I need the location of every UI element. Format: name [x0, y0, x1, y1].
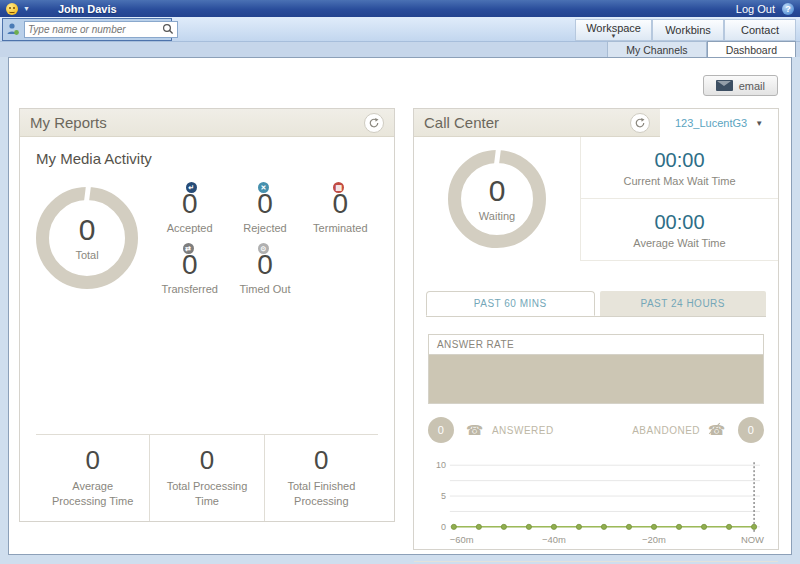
media-activity-title: My Media Activity	[36, 150, 378, 167]
tab-my-channels-label: My Channels	[626, 44, 687, 56]
search-icon[interactable]	[162, 23, 174, 35]
svg-text:5: 5	[441, 491, 446, 501]
abandoned-phone-icon: ☎	[708, 422, 726, 438]
stat-accepted: ↵ 0 Accepted	[152, 189, 227, 234]
accepted-badge-icon: ↵	[186, 182, 197, 193]
svg-text:0: 0	[441, 522, 446, 532]
svg-text:10: 10	[436, 460, 446, 470]
queue-caret-icon: ▼	[755, 119, 763, 128]
current-max-wait-label: Current Max Wait Time	[581, 175, 778, 187]
app-menu-smiley-icon[interactable]	[6, 3, 18, 15]
svg-text:−60m: −60m	[450, 534, 474, 545]
email-envelope-icon	[716, 80, 733, 91]
total-value: 0	[79, 215, 96, 245]
total-finished-value: 0	[269, 445, 374, 476]
current-max-wait-value: 00:00	[581, 149, 778, 172]
accepted-value: 0	[152, 189, 227, 220]
my-reports-title: My Reports	[30, 114, 107, 131]
workbins-button-label: Workbins	[665, 24, 711, 36]
email-button-label: email	[739, 80, 765, 92]
answered-count-badge: 0	[428, 417, 454, 443]
svg-text:NOW: NOW	[741, 534, 764, 545]
processing-stats-row: 0 Average Processing Time 0 Total Proces…	[36, 434, 378, 521]
total-label: Total	[75, 249, 98, 261]
total-finished-cell: 0 Total Finished Processing	[264, 435, 378, 521]
rejected-badge-icon: ✕	[258, 182, 269, 193]
my-reports-card: My Reports My Media Activity 0 Total	[19, 108, 395, 522]
rejected-value: 0	[227, 189, 302, 220]
workspace-button[interactable]: Workspace ▼	[575, 19, 652, 41]
logged-in-user: John Davis	[58, 3, 117, 15]
search-field-frame	[24, 21, 178, 38]
workbins-button[interactable]: Workbins	[652, 19, 724, 41]
total-processing-label: Total Processing Time	[164, 479, 250, 509]
logout-button[interactable]: Log Out	[736, 3, 775, 15]
abandoned-count-badge: 0	[738, 417, 764, 443]
waiting-label: Waiting	[479, 210, 515, 222]
answered-label: ANSWERED	[492, 425, 554, 436]
timedout-badge-icon: ⊙	[258, 243, 269, 254]
contact-button[interactable]: Contact	[724, 19, 796, 41]
tab-dashboard-label: Dashboard	[726, 44, 777, 56]
help-icon[interactable]: ?	[782, 3, 794, 15]
refresh-icon[interactable]	[630, 113, 650, 133]
call-center-header: Call Center 123_LucentG3 ▼	[414, 109, 778, 137]
total-finished-label: Total Finished Processing	[278, 479, 364, 509]
waiting-donut-chart: 0 Waiting	[448, 150, 546, 248]
tab-my-channels[interactable]: My Channels	[607, 41, 706, 57]
contact-person-icon	[6, 22, 20, 36]
dashboard-panel: email My Reports My Media Activity	[8, 57, 792, 555]
timedout-label: Timed Out	[227, 283, 302, 295]
stat-terminated: ▤ 0 Terminated	[303, 189, 378, 234]
queue-selector[interactable]: 123_LucentG3 ▼	[660, 109, 778, 137]
avg-processing-cell: 0 Average Processing Time	[36, 435, 149, 521]
transferred-label: Transferred	[152, 283, 227, 295]
svg-text:−40m: −40m	[542, 534, 566, 545]
search-input[interactable]	[28, 24, 162, 35]
wait-times-panel: 00:00 Current Max Wait Time 00:00 Averag…	[580, 137, 778, 261]
tab-dashboard[interactable]: Dashboard	[707, 41, 796, 57]
call-center-card: Call Center 123_LucentG3 ▼ 0	[413, 108, 779, 550]
stat-rejected: ✕ 0 Rejected	[227, 189, 302, 234]
average-wait-value: 00:00	[581, 211, 778, 234]
call-center-title: Call Center	[424, 114, 499, 131]
refresh-icon[interactable]	[364, 113, 384, 133]
app-menu-caret-icon[interactable]: ▼	[23, 5, 30, 12]
rejected-label: Rejected	[227, 222, 302, 234]
my-reports-header: My Reports	[20, 109, 394, 137]
workspace-caret-icon: ▼	[611, 34, 617, 38]
average-wait-label: Average Wait Time	[581, 237, 778, 249]
avg-processing-value: 0	[40, 445, 145, 476]
answered-abandoned-row: 0 ☎ ANSWERED ABANDONED ☎ 0	[428, 417, 764, 443]
accepted-label: Accepted	[152, 222, 227, 234]
avg-processing-label: Average Processing Time	[50, 479, 136, 509]
queue-name: 123_LucentG3	[675, 117, 747, 129]
total-donut-chart: 0 Total	[36, 187, 138, 289]
timedout-value: 0	[227, 250, 302, 281]
calls-line-chart: 0510−60m−40m−20mNOW	[428, 457, 764, 555]
transferred-badge-icon: ⇄	[183, 243, 194, 254]
contact-button-label: Contact	[741, 24, 779, 36]
total-processing-value: 0	[154, 445, 259, 476]
call-center-header-bar: Call Center	[414, 109, 660, 137]
window-titlebar: ▼ John Davis Log Out ?	[0, 0, 800, 17]
tab-past-60-mins-label: PAST 60 MINS	[474, 298, 547, 309]
answer-rate-bar	[429, 355, 763, 403]
transferred-value: 0	[152, 250, 227, 281]
svg-text:−20m: −20m	[642, 534, 666, 545]
tab-past-60-mins[interactable]: PAST 60 MINS	[426, 291, 595, 316]
stat-timedout: ⊙ 0 Timed Out	[227, 250, 302, 295]
answer-rate-widget: ANSWER RATE	[428, 334, 764, 404]
terminated-label: Terminated	[303, 222, 378, 234]
team-communicator	[2, 18, 172, 41]
email-channel-button[interactable]: email	[703, 75, 778, 96]
answer-rate-label: ANSWER RATE	[429, 335, 763, 355]
abandoned-label: ABANDONED	[632, 425, 700, 436]
current-max-wait: 00:00 Current Max Wait Time	[581, 137, 778, 198]
waiting-value: 0	[489, 176, 506, 206]
total-processing-cell: 0 Total Processing Time	[149, 435, 263, 521]
average-wait: 00:00 Average Wait Time	[581, 198, 778, 261]
tab-past-24-hours[interactable]: PAST 24 HOURS	[600, 291, 767, 316]
stat-transferred: ⇄ 0 Transferred	[152, 250, 227, 295]
time-range-tabs: PAST 60 MINS PAST 24 HOURS	[426, 291, 766, 317]
